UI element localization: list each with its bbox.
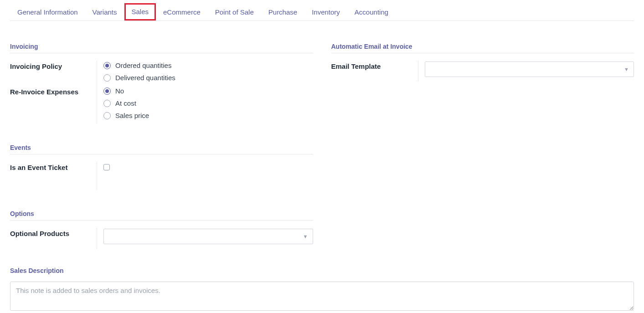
checkbox-is-event-ticket[interactable] <box>103 164 110 170</box>
select-email-template[interactable]: ▼ <box>425 62 634 77</box>
radio-icon <box>103 62 111 69</box>
field-email-template: Email Template ▼ <box>331 61 634 82</box>
radio-reinvoice-sales-price[interactable]: Sales price <box>103 112 313 119</box>
tab-accounting[interactable]: Accounting <box>347 4 396 21</box>
tab-general-information[interactable]: General Information <box>10 4 85 21</box>
section-header-invoicing: Invoicing <box>10 43 313 53</box>
label-invoicing-policy: Invoicing Policy <box>10 61 97 70</box>
section-automatic-email: Automatic Email at Invoice Email Templat… <box>331 43 634 82</box>
tab-variants[interactable]: Variants <box>85 4 124 21</box>
tab-purchase[interactable]: Purchase <box>261 4 304 21</box>
section-header-automatic-email: Automatic Email at Invoice <box>331 43 634 53</box>
radio-label: No <box>115 87 124 95</box>
value-invoicing-policy: Ordered quantities Delivered quantities <box>97 61 313 86</box>
radio-icon <box>103 74 111 82</box>
section-options: Options Optional Products ▼ <box>10 210 313 249</box>
field-reinvoice-expenses: Re-Invoice Expenses No At cost Sales <box>10 86 313 124</box>
section-header-options: Options <box>10 210 313 221</box>
textarea-sales-description[interactable] <box>10 282 634 311</box>
select-optional-products[interactable]: ▼ <box>103 229 313 244</box>
field-is-event-ticket: Is an Event Ticket <box>10 162 313 190</box>
label-optional-products: Optional Products <box>10 228 97 237</box>
radio-label: At cost <box>115 99 136 107</box>
tab-inventory[interactable]: Inventory <box>304 4 347 21</box>
value-optional-products: ▼ <box>97 228 313 249</box>
radio-icon <box>103 100 111 107</box>
label-email-template: Email Template <box>331 61 418 70</box>
section-header-sales-description: Sales Description <box>10 267 634 277</box>
chevron-down-icon: ▼ <box>303 234 308 239</box>
label-is-event-ticket: Is an Event Ticket <box>10 162 97 171</box>
radio-label: Ordered quantities <box>115 62 171 69</box>
section-sales-description: Sales Description <box>10 267 634 312</box>
tab-point-of-sale[interactable]: Point of Sale <box>208 4 261 21</box>
radio-ordered-quantities[interactable]: Ordered quantities <box>103 62 313 69</box>
radio-delivered-quantities[interactable]: Delivered quantities <box>103 74 313 82</box>
value-email-template: ▼ <box>418 61 634 82</box>
radio-icon <box>103 87 111 95</box>
tab-sales[interactable]: Sales <box>124 3 156 21</box>
field-optional-products: Optional Products ▼ <box>10 228 313 249</box>
chevron-down-icon: ▼ <box>624 67 629 72</box>
tab-ecommerce[interactable]: eCommerce <box>156 4 208 21</box>
section-header-events: Events <box>10 144 313 154</box>
radio-icon <box>103 112 111 119</box>
value-reinvoice-expenses: No At cost Sales price <box>97 86 313 124</box>
radio-label: Sales price <box>115 112 149 119</box>
value-is-event-ticket <box>97 162 313 190</box>
radio-reinvoice-no[interactable]: No <box>103 87 313 95</box>
section-events: Events Is an Event Ticket <box>10 144 313 190</box>
radio-label: Delivered quantities <box>115 74 175 82</box>
radio-reinvoice-at-cost[interactable]: At cost <box>103 99 313 107</box>
tabs-bar: General Information Variants Sales eComm… <box>10 4 634 21</box>
section-invoicing: Invoicing Invoicing Policy Ordered quant… <box>10 43 313 124</box>
label-reinvoice-expenses: Re-Invoice Expenses <box>10 86 97 96</box>
field-invoicing-policy: Invoicing Policy Ordered quantities Deli… <box>10 61 313 86</box>
